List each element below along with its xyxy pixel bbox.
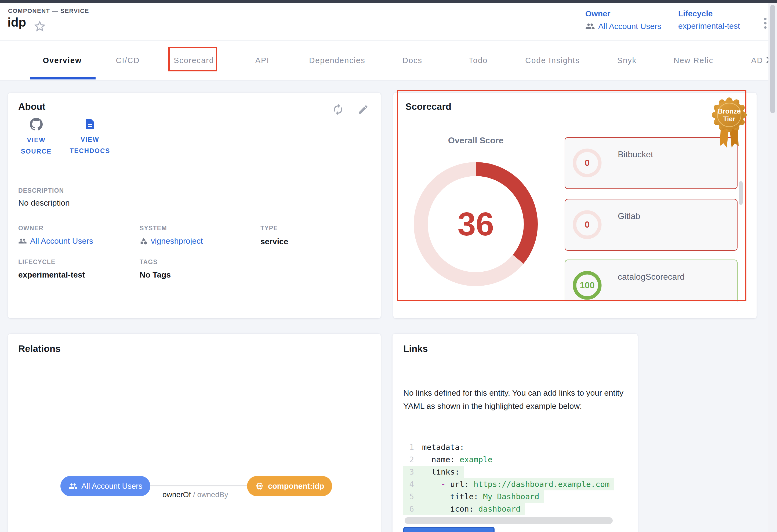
description-label: DESCRIPTION xyxy=(18,187,64,194)
scorecard-card: Scorecard Bronze Tier Overall Score xyxy=(393,93,757,318)
score-item-name: Gitlab xyxy=(618,211,640,221)
favorite-star-icon[interactable] xyxy=(33,19,47,33)
scorecard-list-scrollbar-thumb[interactable] xyxy=(739,181,743,205)
code-line-6: 6 icon: dashboard xyxy=(403,503,629,515)
score-item-name: Bitbucket xyxy=(618,149,653,159)
owner-value-link[interactable]: All Account Users xyxy=(585,21,661,31)
type-field-value: service xyxy=(260,237,288,246)
score-value: 0 xyxy=(572,210,602,240)
score-value: 100 xyxy=(572,270,602,300)
score-item-name: catalogScorecard xyxy=(618,272,685,282)
lifecycle-field-value: experimental-test xyxy=(18,270,85,279)
owner-field-value[interactable]: All Account Users xyxy=(18,237,93,246)
lifecycle-label: Lifecycle xyxy=(678,9,740,18)
view-techdocs-link[interactable]: VIEW TECHDOCS xyxy=(65,118,115,156)
relation-node-component[interactable]: component:idp xyxy=(247,476,332,496)
view-source-link[interactable]: VIEW SOURCE xyxy=(16,118,57,157)
people-icon xyxy=(69,482,78,491)
relation-source-label: All Account Users xyxy=(81,482,142,491)
overall-score-value: 36 xyxy=(411,160,540,288)
badge-line2: Tier xyxy=(723,115,736,123)
tab-todo[interactable]: Todo xyxy=(469,56,488,65)
scorecard-title: Scorecard xyxy=(406,101,451,112)
tab-bar: OverviewCI/CDScorecardAPIDependenciesDoc… xyxy=(0,40,777,81)
badge-line1: Bronze xyxy=(718,107,741,115)
about-title: About xyxy=(18,101,45,112)
code-line-3: 3 links: xyxy=(403,466,629,478)
owner-field-label: OWNER xyxy=(18,225,43,232)
code-line-1: 1metadata: xyxy=(403,441,629,453)
people-icon xyxy=(18,237,27,245)
people-icon xyxy=(585,21,595,31)
relations-title: Relations xyxy=(18,343,61,354)
relation-node-owner[interactable]: All Account Users xyxy=(61,476,150,496)
view-techdocs-label: VIEW TECHDOCS xyxy=(65,134,115,156)
owner-label: Owner xyxy=(585,9,661,18)
tab-code-insights[interactable]: Code Insights xyxy=(525,56,580,65)
header-owner-block: Owner All Account Users xyxy=(585,9,661,31)
bronze-tier-badge: Bronze Tier xyxy=(707,93,750,151)
links-action-button[interactable] xyxy=(403,527,494,532)
owner-value: All Account Users xyxy=(598,22,661,31)
tags-field-label: TAGS xyxy=(140,259,157,266)
tab-scorecard[interactable]: Scorecard xyxy=(174,56,214,65)
chip-icon xyxy=(255,482,264,491)
scorecard-item-gitlab[interactable]: 0Gitlab xyxy=(565,199,738,251)
tab-snyk[interactable]: Snyk xyxy=(617,56,637,65)
view-source-label: VIEW SOURCE xyxy=(16,134,57,157)
code-line-5: 5 title: My Dashboard xyxy=(403,490,629,503)
github-icon xyxy=(30,118,43,132)
overall-score-label: Overall Score xyxy=(422,136,530,145)
refresh-icon[interactable] xyxy=(332,103,345,116)
techdocs-doc-icon xyxy=(84,118,96,131)
relation-target-label: component:idp xyxy=(268,482,324,491)
tab-api[interactable]: API xyxy=(255,56,269,65)
scorecard-item-catalogscorecard[interactable]: 100catalogScorecard xyxy=(565,260,738,301)
tab-new-relic[interactable]: New Relic xyxy=(674,56,713,65)
page-title: idp xyxy=(7,15,26,29)
description-value: No description xyxy=(18,198,70,208)
category-icon xyxy=(140,237,148,245)
system-field-label: SYSTEM xyxy=(140,225,167,232)
edit-pencil-icon[interactable] xyxy=(358,104,370,117)
header-lifecycle-block: Lifecycle experimental-test xyxy=(678,9,740,31)
system-field-value[interactable]: vigneshproject xyxy=(140,237,203,246)
lifecycle-value: experimental-test xyxy=(678,21,740,31)
code-line-4: 4 - url: https://dashboard.example.com xyxy=(403,478,629,490)
links-title: Links xyxy=(403,343,428,354)
page-scrollbar-thumb[interactable] xyxy=(770,5,775,113)
active-tab-indicator xyxy=(30,77,96,80)
yaml-code-block: 1metadata:2 name: example3 links:4 - url… xyxy=(403,436,629,517)
code-horizontal-scrollbar-thumb[interactable] xyxy=(405,517,613,524)
relation-edge-line xyxy=(144,486,247,486)
links-empty-message: No links defined for this entity. You ca… xyxy=(403,386,628,413)
top-bar xyxy=(0,0,777,3)
tab-ad[interactable]: AD xyxy=(751,56,763,65)
about-card: About VIEW SOURCE VIEW TECHDOCS DESCRIPT… xyxy=(8,93,381,318)
scorecard-items-list: 0Bitbucket0Gitlab100catalogScorecard xyxy=(565,136,745,301)
tab-ci-cd[interactable]: CI/CD xyxy=(116,56,140,65)
lifecycle-field-label: LIFECYCLE xyxy=(18,259,56,266)
tab-dependencies[interactable]: Dependencies xyxy=(309,56,365,65)
breadcrumb: COMPONENT — SERVICE xyxy=(8,7,89,14)
tags-field-value: No Tags xyxy=(140,270,171,279)
type-field-label: TYPE xyxy=(260,225,278,232)
relations-card: Relations All Account Users component:id… xyxy=(8,334,381,532)
score-value: 0 xyxy=(572,148,602,178)
tab-docs[interactable]: Docs xyxy=(403,56,422,65)
tab-overview[interactable]: Overview xyxy=(43,56,82,65)
relation-edge-label: ownerOf / ownedBy xyxy=(144,490,247,499)
overall-score-donut: 36 xyxy=(411,160,540,288)
code-line-2: 2 name: example xyxy=(403,453,629,466)
links-card: Links No links defined for this entity. … xyxy=(393,334,638,532)
